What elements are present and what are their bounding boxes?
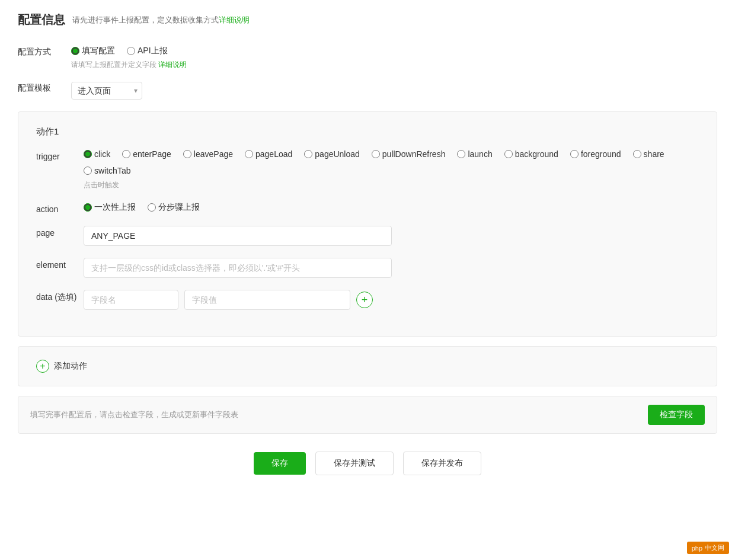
trigger-launch-radio[interactable] — [457, 150, 465, 158]
page-row: page — [36, 226, 699, 246]
config-method-api-radio[interactable] — [127, 47, 135, 55]
trigger-click-radio[interactable] — [84, 150, 92, 158]
page-content — [84, 226, 699, 246]
config-method-api[interactable]: API上报 — [127, 46, 168, 56]
action-once-radio[interactable] — [84, 203, 92, 212]
add-action-row[interactable]: + 添加动作 — [36, 354, 699, 379]
detail-link[interactable]: 详细说明 — [219, 15, 250, 24]
add-action-label: 添加动作 — [54, 361, 87, 372]
action-title: 动作1 — [36, 126, 699, 137]
trigger-share[interactable]: share — [633, 149, 664, 159]
action-step-radio[interactable] — [148, 203, 156, 212]
save-button[interactable]: 保存 — [254, 452, 306, 475]
config-method-fill-radio[interactable] — [71, 47, 79, 55]
trigger-pageUnload-label: pageUnload — [315, 149, 360, 159]
php-watermark: php 中文网 — [687, 542, 729, 554]
action-type-label: action — [36, 202, 84, 214]
trigger-foreground-label: foreground — [581, 149, 621, 159]
action-once-label: 一次性上报 — [94, 202, 136, 213]
page-header: 配置信息 请先进行事件上报配置，定义数据收集方式详细说明 — [18, 12, 717, 28]
footer-buttons: 保存 保存并测试 保存并发布 — [18, 452, 717, 475]
trigger-background-radio[interactable] — [504, 150, 513, 158]
trigger-foreground-radio[interactable] — [570, 150, 579, 158]
trigger-leavePage[interactable]: leavePage — [183, 149, 233, 159]
trigger-leavePage-radio[interactable] — [183, 150, 191, 158]
trigger-pageLoad-label: pageLoad — [255, 149, 292, 159]
element-input[interactable] — [84, 258, 392, 278]
element-label: element — [36, 258, 84, 270]
config-method-fill[interactable]: 填写配置 — [71, 46, 115, 56]
trigger-label: trigger — [36, 149, 84, 161]
trigger-switchTab-label: switchTab — [94, 166, 130, 175]
trigger-pageUnload-radio[interactable] — [304, 150, 312, 158]
config-method-row: 配置方式 填写配置 API上报 请填写上报配置并定义字段 详细说明 — [18, 46, 717, 70]
trigger-radio-group: click enterPage leavePage pageLoad — [84, 149, 699, 175]
config-method-sub-desc: 请填写上报配置并定义字段 详细说明 — [71, 60, 717, 70]
element-row: element — [36, 258, 699, 278]
trigger-enterPage[interactable]: enterPage — [122, 149, 171, 159]
data-content: + — [84, 290, 699, 310]
page-label: page — [36, 226, 84, 238]
action-step-label: 分步骤上报 — [158, 202, 200, 213]
save-test-button[interactable]: 保存并测试 — [315, 452, 394, 475]
trigger-background-label: background — [515, 149, 558, 159]
trigger-launch-label: launch — [468, 149, 492, 159]
config-method-content: 填写配置 API上报 请填写上报配置并定义字段 详细说明 — [71, 46, 717, 70]
config-method-api-label: API上报 — [138, 46, 168, 56]
trigger-pullDownRefresh-radio[interactable] — [372, 150, 380, 158]
trigger-pageLoad[interactable]: pageLoad — [245, 149, 292, 159]
trigger-share-radio[interactable] — [633, 150, 641, 158]
bottom-bar-desc: 填写完事件配置后，请点击检查字段，生成或更新事件字段表 — [30, 409, 238, 420]
trigger-click[interactable]: click — [84, 149, 110, 159]
trigger-content: click enterPage leavePage pageLoad — [84, 149, 699, 190]
trigger-pullDownRefresh-label: pullDownRefresh — [382, 149, 446, 159]
action-type-row: action 一次性上报 分步骤上报 — [36, 202, 699, 214]
trigger-row: trigger click enterPage leavePage — [36, 149, 699, 190]
check-fields-button[interactable]: 检查字段 — [648, 405, 705, 425]
trigger-foreground[interactable]: foreground — [570, 149, 621, 159]
config-template-select[interactable]: 进入页面 离开页面 点击 曝光 — [71, 82, 142, 100]
action-card: 动作1 trigger click enterPage leavePage — [18, 111, 717, 337]
trigger-pageLoad-radio[interactable] — [245, 150, 253, 158]
config-template-content: 进入页面 离开页面 点击 曝光 — [71, 82, 717, 100]
trigger-pageUnload[interactable]: pageUnload — [304, 149, 360, 159]
trigger-background[interactable]: background — [504, 149, 558, 159]
trigger-switchTab-radio[interactable] — [84, 167, 92, 175]
trigger-leavePage-label: leavePage — [194, 149, 233, 159]
add-action-icon: + — [36, 360, 49, 373]
page-description: 请先进行事件上报配置，定义数据收集方式详细说明 — [72, 15, 250, 25]
config-template-row: 配置模板 进入页面 离开页面 点击 曝光 — [18, 82, 717, 100]
save-publish-button[interactable]: 保存并发布 — [403, 452, 481, 475]
action-once[interactable]: 一次性上报 — [84, 202, 136, 213]
config-template-label: 配置模板 — [18, 82, 71, 94]
config-method-detail-link[interactable]: 详细说明 — [158, 60, 187, 69]
add-data-field-button[interactable]: + — [356, 292, 373, 308]
page-input[interactable] — [84, 226, 392, 246]
action-type-radio-group: 一次性上报 分步骤上报 — [84, 202, 699, 213]
config-method-fill-label: 填写配置 — [82, 46, 115, 56]
data-row: data (选填) + — [36, 290, 699, 310]
config-template-select-wrapper: 进入页面 离开页面 点击 曝光 — [71, 82, 142, 100]
element-content — [84, 258, 699, 278]
trigger-share-label: share — [644, 149, 664, 159]
trigger-pullDownRefresh[interactable]: pullDownRefresh — [372, 149, 446, 159]
trigger-desc: 点击时触发 — [84, 180, 699, 190]
field-name-input[interactable] — [84, 290, 178, 310]
trigger-click-label: click — [94, 149, 110, 159]
bottom-bar: 填写完事件配置后，请点击检查字段，生成或更新事件字段表 检查字段 — [18, 396, 717, 434]
data-fields-row: + — [84, 290, 699, 310]
data-label: data (选填) — [36, 290, 84, 303]
page-title: 配置信息 — [18, 12, 65, 28]
action-step[interactable]: 分步骤上报 — [148, 202, 200, 213]
config-method-radio-group: 填写配置 API上报 — [71, 46, 717, 56]
action-type-content: 一次性上报 分步骤上报 — [84, 202, 699, 213]
add-action-card: + 添加动作 — [18, 346, 717, 386]
trigger-launch[interactable]: launch — [457, 149, 492, 159]
trigger-enterPage-radio[interactable] — [122, 150, 130, 158]
watermark-text: 中文网 — [705, 543, 724, 552]
trigger-switchTab[interactable]: switchTab — [84, 166, 130, 175]
field-value-input[interactable] — [184, 290, 350, 310]
config-method-label: 配置方式 — [18, 46, 71, 57]
trigger-enterPage-label: enterPage — [133, 149, 171, 159]
